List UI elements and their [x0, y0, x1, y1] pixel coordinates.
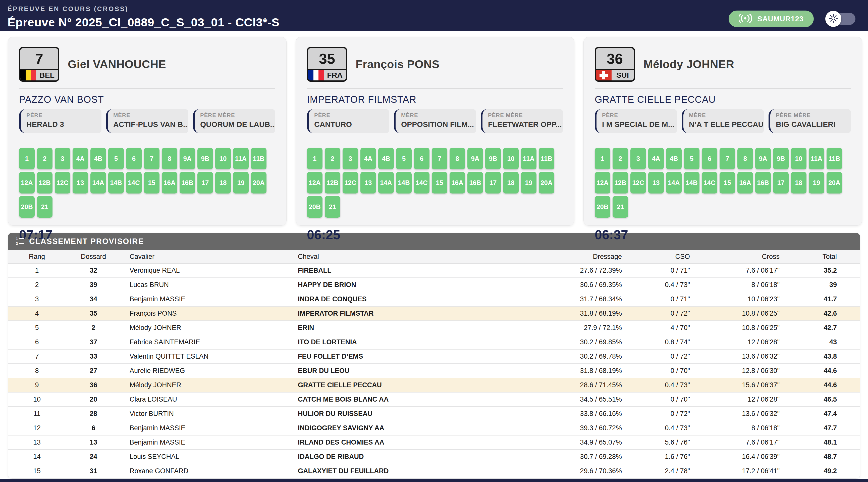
cell-total: 49.2 [784, 464, 860, 478]
cell-dossard: 31 [66, 464, 121, 478]
cell-dressage: 30.7 / 69.28% [510, 450, 626, 464]
live-signal-badge[interactable]: SAUMUR123 [728, 10, 814, 27]
fence-badge: 4B [378, 148, 394, 170]
table-row[interactable]: 15 31 Roxane GONFARD GALAXYIET DU FEUILL… [8, 464, 860, 478]
pedigree-label: PÈRE MÈRE [200, 112, 271, 119]
fence-badge: 20B [19, 196, 35, 218]
cell-cso: 2.4 / 78" [626, 464, 694, 478]
cell-dossard: 13 [66, 435, 121, 450]
pedigree-damsire-box: PÈRE MÈRE FLEETWATER OPP... [481, 109, 563, 133]
cell-total: 35.2 [784, 263, 860, 278]
fence-badge: 18 [503, 172, 519, 193]
cell-cavalier: Victor BURTIN [121, 406, 289, 421]
fence-badge: 12A [307, 172, 322, 193]
col-cheval: Cheval [289, 250, 510, 263]
cell-cavalier: Mélody JOHNER [121, 378, 289, 392]
fence-badge: 19 [233, 172, 249, 193]
table-row[interactable]: 2 39 Lucas BRUN HAPPY DE BRION 30.6 / 69… [8, 278, 860, 292]
cell-dossard: 34 [66, 292, 121, 306]
section-title: CLASSEMENT PROVISOIRE [29, 237, 144, 246]
bib-number-plate: 35 FRA [307, 47, 347, 82]
fence-badge: 21 [325, 196, 340, 218]
table-row[interactable]: 11 28 Victor BURTIN HULIOR DU RUISSEAU 3… [8, 406, 860, 421]
fence-badge: 1 [595, 148, 610, 170]
fence-badge: 16B [467, 172, 483, 193]
cell-dossard: 32 [66, 263, 121, 278]
pedigree-row: PÈRE HERALD 3 MÈRE ACTIF-PLUS VAN B... P… [19, 109, 275, 133]
cell-cross: 12 / 06'28" [694, 392, 784, 406]
cell-cross: 8 / 06'18" [694, 278, 784, 292]
table-row[interactable]: 12 6 Benjamin MASSIE INDIGOGREY SAVIGNY … [8, 421, 860, 435]
cell-cavalier: Roxane GONFARD [121, 464, 289, 478]
pedigree-label: PÈRE [314, 112, 385, 119]
table-row[interactable]: 6 37 Fabrice SAINTEMARIE ITO DE LORTENIA… [8, 335, 860, 349]
table-row[interactable]: 14 24 Louis SEYCHAL IDALGO DE RIBAUD 30.… [8, 450, 860, 464]
cell-dossard: 37 [66, 335, 121, 349]
table-row[interactable]: 13 13 Benjamin MASSIE IRLAND DES CHOMIES… [8, 435, 860, 450]
fence-badge: 16A [162, 172, 177, 193]
fence-badge: 21 [613, 196, 628, 218]
col-rang: Rang [8, 250, 66, 263]
table-row[interactable]: 5 2 Mélody JOHNER ERIN 27.9 / 72.1% 4 / … [8, 321, 860, 335]
pedigree-sire-box: PÈRE CANTURO [307, 109, 389, 133]
horse-name: IMPERATOR FILMSTAR [307, 94, 563, 105]
fence-badge: 16B [180, 172, 195, 193]
dark-mode-toggle[interactable] [825, 12, 856, 26]
cell-cheval: ITO DE LORTENIA [289, 335, 510, 349]
cell-cheval: INDIGOGREY SAVIGNY AA [289, 421, 510, 435]
bib-number: 35 [308, 48, 346, 69]
cell-dossard: 28 [66, 406, 121, 421]
table-row[interactable]: 10 20 Clara LOISEAU CATCH ME BOIS BLANC … [8, 392, 860, 406]
cell-cross: 17.2 / 06'41" [694, 464, 784, 478]
cell-cheval: HAPPY DE BRION [289, 278, 510, 292]
cell-cheval: CATCH ME BOIS BLANC AA [289, 392, 510, 406]
table-row[interactable]: 8 27 Aurelie RIEDWEG EBUR DU LEOU 31.8 /… [8, 364, 860, 378]
table-header-row: Rang Dossard Cavalier Cheval Dressage CS… [8, 250, 860, 263]
cell-rang: 1 [8, 263, 66, 278]
cell-total: 42.6 [784, 306, 860, 321]
fence-badge: 5 [396, 148, 412, 170]
cell-dressage: 30.2 / 69.78% [510, 349, 626, 364]
pedigree-value: HERALD 3 [26, 120, 97, 129]
cell-cavalier: Lucas BRUN [121, 278, 289, 292]
fence-badge: 14B [396, 172, 412, 193]
fence-badge: 17 [197, 172, 213, 193]
cell-cso: 0.4 / 73" [626, 378, 694, 392]
svg-text:2: 2 [16, 241, 18, 245]
cell-total: 44.6 [784, 378, 860, 392]
col-dossard: Dossard [66, 250, 121, 263]
pedigree-row: PÈRE I M SPECIAL DE M... MÈRE N’A T ELLE… [595, 109, 851, 133]
fence-badge: 12C [55, 172, 70, 193]
cell-cheval: EBUR DU LEOU [289, 364, 510, 378]
table-row[interactable]: 7 33 Valentin QUITTET ESLAN FEU FOLLET D… [8, 349, 860, 364]
pedigree-label: PÈRE MÈRE [488, 112, 559, 119]
fence-badge: 8 [450, 148, 465, 170]
fence-badge: 14C [414, 172, 430, 193]
sun-icon [829, 14, 838, 24]
fence-badge: 5 [684, 148, 700, 170]
fence-badge: 20A [827, 172, 842, 193]
cell-rang: 14 [8, 450, 66, 464]
cell-cross: 12 / 06'28" [694, 335, 784, 349]
fence-status-grid: 1234A4B56789A9B1011A11B12A12B12C1314A14B… [19, 148, 275, 218]
rider-name: Mélody JOHNER [644, 58, 734, 71]
table-row[interactable]: 3 34 Benjamin MASSIE INDRA DE CONQUES 31… [8, 292, 860, 306]
fence-badge: 4A [648, 148, 664, 170]
fence-badge: 14C [702, 172, 717, 193]
cell-rang: 4 [8, 306, 66, 321]
table-row[interactable]: 1 32 Veronique REAL FIREBALL 27.6 / 72.3… [8, 263, 860, 278]
pedigree-label: MÈRE [401, 112, 472, 119]
cell-cavalier: Fabrice SAINTEMARIE [121, 335, 289, 349]
round-time: 06:37 [595, 227, 851, 242]
fence-badge: 14A [666, 172, 682, 193]
fence-badge: 7 [432, 148, 447, 170]
fence-badge: 6 [126, 148, 142, 170]
cell-total: 46.5 [784, 392, 860, 406]
fence-status-grid: 1234A4B56789A9B1011A11B12A12B12C1314A14B… [307, 148, 563, 218]
bib-number: 36 [596, 48, 634, 69]
table-row[interactable]: 9 36 Mélody JOHNER GRATTE CIELLE PECCAU … [8, 378, 860, 392]
cell-dressage: 31.8 / 68.19% [510, 306, 626, 321]
cell-cavalier: Louis SEYCHAL [121, 450, 289, 464]
svg-text:1: 1 [16, 237, 18, 241]
table-row[interactable]: 4 35 François PONS IMPERATOR FILMSTAR 31… [8, 306, 860, 321]
